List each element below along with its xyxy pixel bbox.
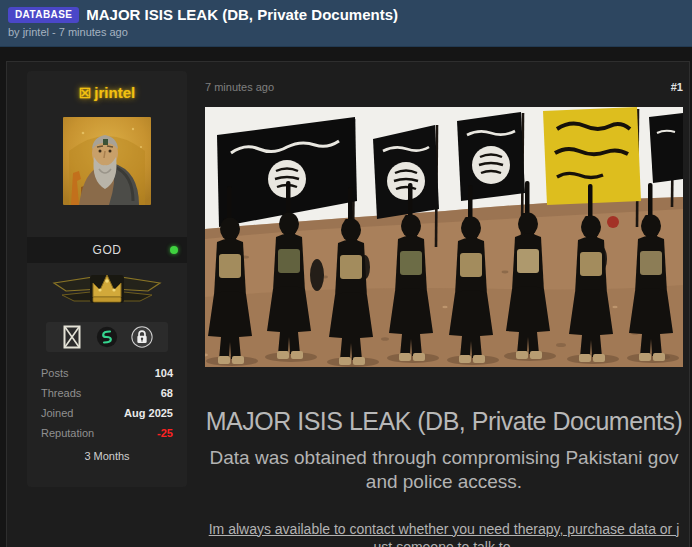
username-link[interactable]: ☒jrintel xyxy=(79,84,135,101)
stat-value: 104 xyxy=(155,367,173,379)
stat-label: Threads xyxy=(41,387,81,399)
contact-icons-strip xyxy=(46,322,168,352)
username-text: jrintel xyxy=(94,84,135,101)
user-title-strip: GOD xyxy=(27,237,187,263)
thread-prefix-badge[interactable]: DATABASE xyxy=(8,7,79,23)
post-text: MAJOR ISIS LEAK (DB, Private Documents) … xyxy=(205,407,683,547)
stat-label: Reputation xyxy=(41,427,94,439)
thread-byline: by jrintel - 7 minutes ago xyxy=(8,26,684,38)
stat-row-reputation: Reputation -25 xyxy=(41,427,173,447)
avatar-image xyxy=(63,117,151,205)
post-footer-link[interactable]: Im always available to contact whether y… xyxy=(205,520,683,547)
post-container: ☒jrintel xyxy=(6,61,690,547)
username-row: ☒jrintel xyxy=(27,71,187,102)
avatar[interactable] xyxy=(63,117,151,205)
online-indicator-icon xyxy=(170,246,178,254)
session-icon[interactable] xyxy=(96,325,118,349)
stat-row-joined: Joined Aug 2025 xyxy=(41,407,173,427)
broken-image-icon[interactable] xyxy=(61,325,83,349)
stat-label: Posts xyxy=(41,367,69,379)
stat-row-threads: Threads 68 xyxy=(41,387,173,407)
stat-value-reputation[interactable]: -25 xyxy=(157,427,173,439)
tofu-glyph-icon: ☒ xyxy=(79,85,92,101)
post-body-text: Data was obtained through compromising P… xyxy=(205,446,683,494)
stat-row-posts: Posts 104 xyxy=(41,367,173,387)
thread-title: MAJOR ISIS LEAK (DB, Private Documents) xyxy=(86,6,398,23)
user-stats: Posts 104 Threads 68 Joined Aug 2025 Rep… xyxy=(41,367,173,462)
post-meta: 7 minutes ago #1 xyxy=(205,81,683,93)
stat-value: Aug 2025 xyxy=(124,407,173,419)
stat-value: 68 xyxy=(161,387,173,399)
post-number-link[interactable]: #1 xyxy=(671,81,683,93)
user-panel: ☒jrintel xyxy=(27,71,187,487)
thread-header: DATABASE MAJOR ISIS LEAK (DB, Private Do… xyxy=(0,0,692,47)
user-title: GOD xyxy=(93,243,122,257)
stat-label: Joined xyxy=(41,407,73,419)
post-heading: MAJOR ISIS LEAK (DB, Private Documents) xyxy=(205,407,683,436)
pgp-lock-icon[interactable] xyxy=(131,325,153,349)
member-tenure: 3 Months xyxy=(41,450,173,462)
post-timestamp: 7 minutes ago xyxy=(205,81,274,93)
rank-badge-icon xyxy=(52,267,162,313)
post-attached-image[interactable] xyxy=(205,107,683,367)
